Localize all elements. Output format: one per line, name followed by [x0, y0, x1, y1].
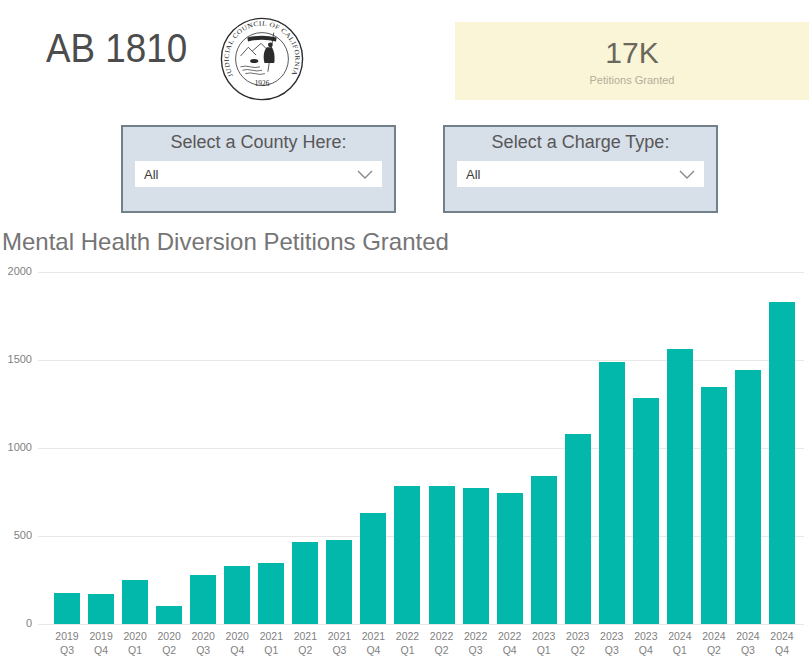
- charge-type-slicer: Select a Charge Type: All: [443, 125, 718, 213]
- bar-2023-q1[interactable]: [531, 476, 557, 624]
- kpi-card: 17K Petitions Granted: [455, 22, 809, 100]
- bar-2023-q3[interactable]: [599, 362, 625, 624]
- y-axis-tick-label: 1000: [0, 441, 32, 453]
- bar-2021-q3[interactable]: [326, 540, 352, 624]
- bar-2022-q1[interactable]: [394, 486, 420, 624]
- chevron-down-icon: [679, 170, 695, 179]
- bar-2023-q2[interactable]: [565, 434, 591, 624]
- judicial-council-seal: JUDICIAL COUNCIL OF CALIFORNIA 1926: [218, 15, 306, 103]
- county-slicer: Select a County Here: All: [121, 125, 396, 213]
- x-axis-label: 2024Q1: [663, 630, 697, 657]
- bar-2019-q4[interactable]: [88, 594, 114, 624]
- bar-2020-q2[interactable]: [156, 606, 182, 624]
- bar-2022-q2[interactable]: [429, 486, 455, 624]
- bar-slot: [731, 272, 765, 624]
- x-axis-label: 2022Q4: [493, 630, 527, 657]
- bar-slot: [288, 272, 322, 624]
- y-axis-tick-label: 0: [0, 617, 32, 629]
- bar-chart-plot-area: [50, 272, 799, 624]
- bar-slot: [84, 272, 118, 624]
- x-axis-label: 2024Q4: [765, 630, 799, 657]
- charge-type-slicer-title: Select a Charge Type:: [445, 132, 716, 153]
- x-axis-label: 2020Q2: [152, 630, 186, 657]
- bar-2020-q4[interactable]: [224, 566, 250, 624]
- bar-slot: [459, 272, 493, 624]
- kpi-label: Petitions Granted: [590, 74, 675, 86]
- x-axis-label: 2020Q4: [220, 630, 254, 657]
- x-axis-label: 2020Q1: [118, 630, 152, 657]
- x-axis-label: 2024Q2: [697, 630, 731, 657]
- bar-slot: [697, 272, 731, 624]
- seal-year: 1926: [255, 79, 270, 88]
- x-axis-label: 2023Q4: [629, 630, 663, 657]
- x-axis-label: 2022Q1: [390, 630, 424, 657]
- charge-type-dropdown[interactable]: All: [457, 161, 704, 187]
- bar-slot: [220, 272, 254, 624]
- x-axis-label: 2021Q1: [254, 630, 288, 657]
- y-axis-tick-label: 2000: [0, 265, 32, 277]
- bar-2020-q3[interactable]: [190, 575, 216, 624]
- x-axis-label: 2021Q2: [288, 630, 322, 657]
- bar-slot: [765, 272, 799, 624]
- bar-slot: [356, 272, 390, 624]
- y-axis-tick-label: 1500: [0, 353, 32, 365]
- bar-slot: [50, 272, 84, 624]
- county-slicer-title: Select a County Here:: [123, 132, 394, 153]
- x-axis: 2019Q32019Q42020Q12020Q22020Q32020Q42021…: [50, 630, 799, 657]
- x-axis-label: 2020Q3: [186, 630, 220, 657]
- bar-slot: [561, 272, 595, 624]
- bar-slot: [527, 272, 561, 624]
- county-dropdown[interactable]: All: [135, 161, 382, 187]
- bar-2022-q4[interactable]: [497, 493, 523, 624]
- x-axis-label: 2023Q1: [527, 630, 561, 657]
- bar-slot: [629, 272, 663, 624]
- bar-2021-q2[interactable]: [292, 542, 318, 624]
- kpi-value: 17K: [605, 36, 658, 69]
- bar-slot: [186, 272, 220, 624]
- page-title: AB 1810: [46, 26, 187, 71]
- x-axis-label: 2024Q3: [731, 630, 765, 657]
- bar-slot: [595, 272, 629, 624]
- bar-slot: [254, 272, 288, 624]
- bar-2024-q2[interactable]: [701, 387, 727, 624]
- bar-2021-q1[interactable]: [258, 563, 284, 624]
- bar-slot: [152, 272, 186, 624]
- bar-slot: [390, 272, 424, 624]
- x-axis-label: 2021Q4: [356, 630, 390, 657]
- bar-2023-q4[interactable]: [633, 398, 659, 624]
- bar-2021-q4[interactable]: [360, 513, 386, 624]
- gridline: [38, 624, 804, 625]
- x-axis-label: 2019Q4: [84, 630, 118, 657]
- x-axis-label: 2022Q2: [425, 630, 459, 657]
- bar-slot: [322, 272, 356, 624]
- y-axis-tick-label: 500: [0, 529, 32, 541]
- bar-slot: [663, 272, 697, 624]
- county-dropdown-value: All: [144, 167, 158, 182]
- bar-2024-q4[interactable]: [769, 302, 795, 624]
- bar-2022-q3[interactable]: [463, 488, 489, 624]
- x-axis-label: 2023Q3: [595, 630, 629, 657]
- charge-type-dropdown-value: All: [466, 167, 480, 182]
- seal-graphic: JUDICIAL COUNCIL OF CALIFORNIA 1926: [218, 15, 306, 103]
- bar-slot: [493, 272, 527, 624]
- bar-2024-q1[interactable]: [667, 349, 693, 624]
- bar-slot: [118, 272, 152, 624]
- bar-slot: [425, 272, 459, 624]
- chevron-down-icon: [357, 170, 373, 179]
- x-axis-label: 2023Q2: [561, 630, 595, 657]
- x-axis-label: 2021Q3: [322, 630, 356, 657]
- chart-title: Mental Health Diversion Petitions Grante…: [2, 228, 449, 256]
- x-axis-label: 2022Q3: [459, 630, 493, 657]
- bar-2019-q3[interactable]: [54, 593, 80, 624]
- bar-2020-q1[interactable]: [122, 580, 148, 624]
- bar-2024-q3[interactable]: [735, 370, 761, 624]
- x-axis-label: 2019Q3: [50, 630, 84, 657]
